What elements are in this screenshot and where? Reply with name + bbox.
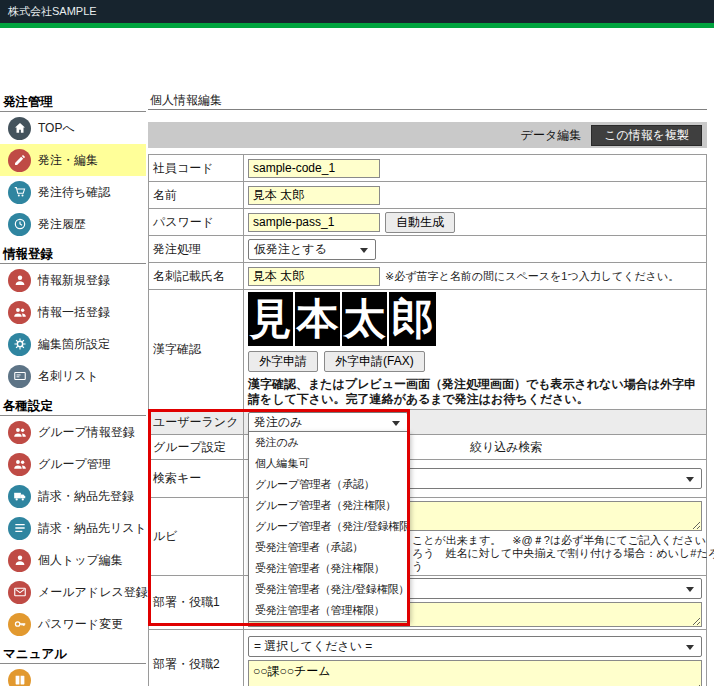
sidebar-item-delivery-list[interactable]: 請求・納品先リスト	[0, 512, 146, 544]
gaiji-request-button[interactable]: 外字申請	[248, 351, 318, 372]
card-name-note: ※必ず苗字と名前の間にスペースを1つ入力してください。	[385, 269, 679, 284]
row-employee-code: 社員コード	[149, 155, 706, 182]
row-ruby: ルビ ことが出来ます。 ※@＃?は必ず半角にてご記入ください ※姓名に対し ろう…	[149, 498, 706, 576]
page-title: 個人情報編集	[148, 90, 707, 110]
sidebar-item-info-bulk[interactable]: 情報一括登録	[0, 296, 146, 328]
user-rank-option-2[interactable]: 個人編集可	[249, 453, 409, 474]
order-process-label: 発注処理	[149, 236, 244, 262]
dept1-label: 部署・役職1	[149, 576, 244, 629]
sidebar-item-edit-settings[interactable]: 編集箇所設定	[0, 328, 146, 360]
row-card-name: 名刺記載氏名 ※必ず苗字と名前の間にスペースを1つ入力してください。	[149, 263, 706, 290]
sidebar-item-delivery-register[interactable]: 請求・納品先登録	[0, 480, 146, 512]
employee-code-label: 社員コード	[149, 155, 244, 181]
data-edit-label: データ編集	[521, 127, 582, 144]
dept2-select[interactable]: = 選択してください =	[248, 636, 702, 657]
kanji-check-label: 漢字確認	[149, 290, 244, 409]
order-pending-icon	[8, 181, 31, 204]
user-rank-option-3[interactable]: グループ管理者（承認）	[249, 474, 409, 495]
kanji-char: 太	[342, 292, 389, 346]
home-icon	[8, 117, 31, 140]
sidebar-item-personal-top-edit[interactable]: 個人トップ編集	[0, 544, 146, 576]
delivery-list-icon	[8, 517, 31, 540]
kanji-char: 郎	[389, 292, 436, 346]
row-group-setting: グループ設定 絞り込み検索	[149, 435, 706, 460]
search-key-label: 検索キー	[149, 460, 244, 497]
content-area: 個人情報編集 データ編集 この情報を複製 社員コード 名前 パスワード 自動生成	[148, 90, 707, 686]
duplicate-info-button[interactable]: この情報を複製	[591, 125, 702, 146]
row-dept1: 部署・役職1	[149, 576, 706, 630]
kanji-preview: 見 本 太 郎	[248, 292, 436, 346]
user-rank-option-9[interactable]: 受発注管理者（管理権限）	[249, 600, 409, 621]
sidebar-section-manual: マニュアル	[0, 640, 146, 664]
sidebar-item-mail-register[interactable]: メールアドレス登録	[0, 576, 146, 608]
person-add-icon	[8, 269, 31, 292]
order-process-select[interactable]: 仮発注とする	[248, 239, 376, 260]
user-rank-option-1[interactable]: 発注のみ	[249, 432, 409, 453]
user-rank-option-5[interactable]: グループ管理者（発注/登録権限）	[249, 516, 409, 537]
company-name: 株式会社SAMPLE	[8, 4, 97, 19]
row-search-key: 検索キー	[149, 460, 706, 498]
manual-book-icon	[8, 669, 31, 686]
person-edit-icon	[8, 549, 31, 572]
ruby-note: ことが出来ます。 ※@＃?は必ず半角にてご記入ください ※姓名に対し ろう 姓名…	[412, 534, 702, 573]
card-list-icon	[8, 365, 31, 388]
dept2-textarea[interactable]: ○○課○○チーム	[248, 660, 702, 686]
sidebar-section-order-management: 発注管理	[0, 88, 146, 112]
sidebar-item-manual[interactable]	[0, 664, 146, 686]
key-icon	[8, 613, 31, 636]
group-setting-label: グループ設定	[149, 435, 244, 459]
sidebar-item-order-edit[interactable]: 発注・編集	[0, 144, 146, 176]
user-rank-option-7[interactable]: 受発注管理者（発注権限）	[249, 558, 409, 579]
row-dept2: 部署・役職2 = 選択してください = ○○課○○チーム	[149, 630, 706, 686]
dept2-label: 部署・役職2	[149, 630, 244, 686]
user-rank-option-8[interactable]: 受発注管理者（発注/登録権限）	[249, 579, 409, 600]
sidebar-section-info-register: 情報登録	[0, 240, 146, 264]
kanji-check-note: 漢字確認、またはプレビュー画面（発注処理画面）でも表示されない場合は外字申請をし…	[248, 377, 702, 407]
row-password: パスワード 自動生成	[149, 209, 706, 236]
group-register-icon	[8, 421, 31, 444]
password-label: パスワード	[149, 209, 244, 235]
order-history-icon	[8, 213, 31, 236]
sidebar-item-order-history[interactable]: 発注履歴	[0, 208, 146, 240]
card-name-input[interactable]	[248, 267, 380, 286]
row-user-rank: ユーザーランク 発注のみ	[149, 410, 706, 435]
gaiji-fax-request-button[interactable]: 外字申請(FAX)	[324, 351, 425, 372]
sidebar-item-group-register[interactable]: グループ情報登録	[0, 416, 146, 448]
password-input[interactable]	[248, 213, 380, 232]
sidebar: 発注管理 TOPへ 発注・編集 発注待ち確認 発注履歴 情報登録 情報新規登録 …	[0, 88, 146, 686]
app-header-bar: 株式会社SAMPLE	[0, 0, 714, 23]
sidebar-item-order-pending[interactable]: 発注待ち確認	[0, 176, 146, 208]
user-rank-dropdown-list: 発注のみ 個人編集可 グループ管理者（承認） グループ管理者（発注権限） グルー…	[248, 431, 410, 622]
auto-generate-button[interactable]: 自動生成	[385, 212, 455, 233]
sidebar-item-info-new[interactable]: 情報新規登録	[0, 264, 146, 296]
kanji-char: 見	[248, 292, 295, 346]
row-kanji-check: 漢字確認 見 本 太 郎 外字申請 外字申請(FAX) 漢字確認、またはプレビュ…	[149, 290, 706, 410]
delivery-register-icon	[8, 485, 31, 508]
header-accent-stripe	[0, 23, 714, 28]
kanji-char: 本	[295, 292, 342, 346]
card-name-label: 名刺記載氏名	[149, 263, 244, 289]
user-rank-option-4[interactable]: グループ管理者（発注権限）	[249, 495, 409, 516]
row-order-process: 発注処理 仮発注とする	[149, 236, 706, 263]
employee-code-input[interactable]	[248, 159, 380, 178]
user-rank-select[interactable]: 発注のみ	[248, 412, 408, 433]
sidebar-item-top[interactable]: TOPへ	[0, 112, 146, 144]
user-rank-label: ユーザーランク	[149, 410, 244, 434]
gear-icon	[8, 333, 31, 356]
mail-icon	[8, 581, 31, 604]
personal-info-form: 社員コード 名前 パスワード 自動生成 発注処理 仮発注とする	[148, 154, 707, 686]
toolbar: データ編集 この情報を複製	[148, 122, 707, 148]
sidebar-item-password-change[interactable]: パスワード変更	[0, 608, 146, 640]
sidebar-item-group-manage[interactable]: グループ管理	[0, 448, 146, 480]
sidebar-section-settings: 各種設定	[0, 392, 146, 416]
name-label: 名前	[149, 182, 244, 208]
group-manage-icon	[8, 453, 31, 476]
sidebar-item-card-list[interactable]: 名刺リスト	[0, 360, 146, 392]
row-name: 名前	[149, 182, 706, 209]
order-edit-icon	[8, 149, 31, 172]
filter-search-link[interactable]: 絞り込み検索	[470, 439, 543, 456]
name-input[interactable]	[248, 186, 380, 205]
people-bulk-icon	[8, 301, 31, 324]
user-rank-option-6[interactable]: 受発注管理者（承認）	[249, 537, 409, 558]
ruby-label: ルビ	[149, 498, 244, 575]
